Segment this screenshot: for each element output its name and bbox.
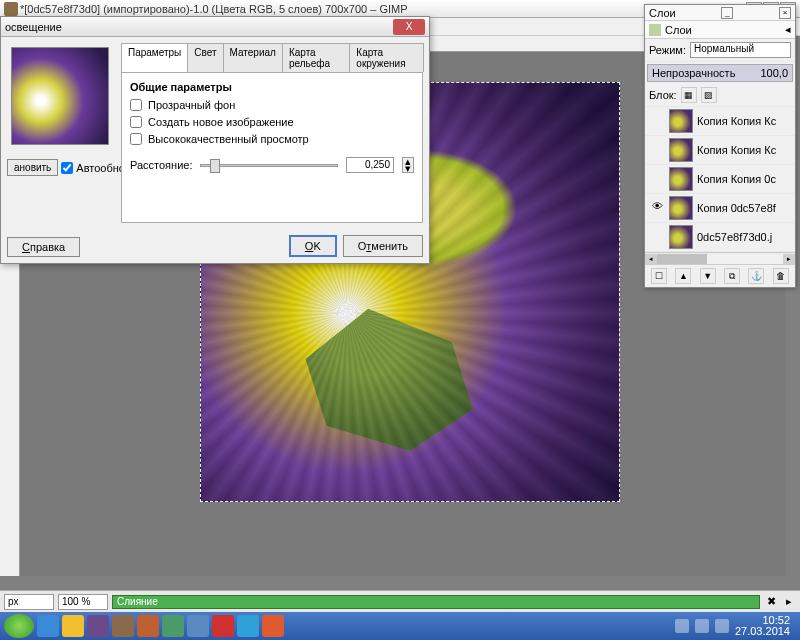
auto-update-checkbox[interactable] <box>61 162 73 174</box>
duplicate-layer-button[interactable]: ⧉ <box>724 268 740 284</box>
layers-tab-menu-icon[interactable]: ◂ <box>785 23 791 36</box>
tab-light[interactable]: Свет <box>187 43 223 72</box>
dialog-preview-column: ановить Автообновление <box>7 43 113 223</box>
unit-select[interactable]: px <box>4 594 54 610</box>
window-title: *[0dc57e8f73d0] (импортировано)-1.0 (Цве… <box>20 3 744 15</box>
layer-visibility-toggle[interactable]: 👁 <box>649 200 665 216</box>
anchor-layer-button[interactable]: ⚓ <box>748 268 764 284</box>
update-preview-button[interactable]: ановить <box>7 159 58 176</box>
taskbar-app-icon[interactable] <box>212 615 234 637</box>
delete-layer-button[interactable]: 🗑 <box>773 268 789 284</box>
layers-titlebar[interactable]: Слои _ × <box>645 5 795 21</box>
tray-icon[interactable] <box>695 619 709 633</box>
lock-alpha-button[interactable]: ▨ <box>701 87 717 103</box>
layer-visibility-toggle[interactable] <box>649 142 665 158</box>
windows-taskbar: 10:52 27.03.2014 <box>0 612 800 640</box>
cancel-progress-button[interactable]: ✖ <box>764 595 778 608</box>
distance-label: Расстояние: <box>130 159 192 171</box>
layer-name[interactable]: Копия Копия Кс <box>697 115 791 127</box>
layer-name[interactable]: 0dc57e8f73d0.j <box>697 231 791 243</box>
distance-slider-thumb[interactable] <box>210 159 220 173</box>
tab-material[interactable]: Материал <box>223 43 283 72</box>
layers-min-button[interactable]: _ <box>721 7 733 19</box>
layer-visibility-toggle[interactable] <box>649 113 665 129</box>
layer-thumbnail <box>669 109 693 133</box>
layer-list: Копия Копия Кс Копия Копия Кс Копия Копи… <box>645 107 795 252</box>
tab-bumpmap[interactable]: Карта рельефа <box>282 43 350 72</box>
layer-name[interactable]: Копия Копия Кс <box>697 144 791 156</box>
hq-preview-checkbox[interactable] <box>130 133 142 145</box>
taskbar-app-icon[interactable] <box>262 615 284 637</box>
layers-toolbar: ☐ ▲ ▼ ⧉ ⚓ 🗑 <box>645 264 795 287</box>
dialog-title-text: освещение <box>5 21 62 33</box>
taskbar-app-icon[interactable] <box>137 615 159 637</box>
layers-hscroll[interactable]: ◂ ▸ <box>645 252 795 264</box>
layer-item[interactable]: Копия Копия Кс <box>645 107 795 136</box>
layer-item[interactable]: Копия Копия 0с <box>645 165 795 194</box>
ok-button[interactable]: OK <box>289 235 337 257</box>
tab-parameters[interactable]: Параметры <box>121 43 188 72</box>
layer-item[interactable]: 0dc57e8f73d0.j <box>645 223 795 252</box>
mode-label: Режим: <box>649 44 686 56</box>
distance-spinner[interactable]: ▴▾ <box>402 157 414 173</box>
tray-icon[interactable] <box>715 619 729 633</box>
zoom-select[interactable]: 100 % <box>58 594 108 610</box>
image-leaf <box>285 292 494 459</box>
tray-date[interactable]: 27.03.2014 <box>735 626 790 637</box>
scroll-thumb[interactable] <box>657 254 707 264</box>
new-layer-button[interactable]: ☐ <box>651 268 667 284</box>
layers-tab-label: Слои <box>665 24 692 36</box>
taskbar-app-icon[interactable] <box>237 615 259 637</box>
opacity-label: Непрозрачность <box>652 67 735 79</box>
dialog-close-button[interactable]: X <box>393 19 425 35</box>
distance-slider[interactable] <box>200 164 338 167</box>
layer-visibility-toggle[interactable] <box>649 171 665 187</box>
scroll-left-button[interactable]: ◂ <box>645 254 657 264</box>
tray-icon[interactable] <box>675 619 689 633</box>
layer-item[interactable]: 👁 Копия 0dc57e8f <box>645 194 795 223</box>
opacity-slider[interactable]: Непрозрачность 100,0 <box>647 64 793 82</box>
layer-thumbnail <box>669 138 693 162</box>
layer-name[interactable]: Копия 0dc57e8f <box>697 202 791 214</box>
layer-item[interactable]: Копия Копия Кс <box>645 136 795 165</box>
taskbar-app-icon[interactable] <box>162 615 184 637</box>
dialog-tabs: Параметры Свет Материал Карта рельефа Ка… <box>121 43 423 73</box>
lock-pixels-button[interactable]: ▦ <box>681 87 697 103</box>
taskbar-app-icon[interactable] <box>187 615 209 637</box>
new-image-checkbox[interactable] <box>130 116 142 128</box>
lock-label: Блок: <box>649 89 677 101</box>
transparent-bg-checkbox[interactable] <box>130 99 142 111</box>
layer-thumbnail <box>669 167 693 191</box>
taskbar-app-icon[interactable] <box>87 615 109 637</box>
layers-close-button[interactable]: × <box>779 7 791 19</box>
hq-preview-label: Высококачественный просмотр <box>148 133 309 145</box>
start-button[interactable] <box>4 614 34 638</box>
scroll-right-button[interactable]: ▸ <box>783 254 795 264</box>
lighting-dialog: освещение X ановить Автообновление Парам… <box>0 16 430 264</box>
raise-layer-button[interactable]: ▲ <box>675 268 691 284</box>
layers-tab-icon <box>649 24 661 36</box>
dialog-titlebar[interactable]: освещение X <box>1 17 429 37</box>
cancel-button[interactable]: Отменить <box>343 235 423 257</box>
layer-thumbnail <box>669 196 693 220</box>
taskbar-app-icon[interactable] <box>37 615 59 637</box>
help-button[interactable]: Справка <box>7 237 80 257</box>
scroll-track[interactable] <box>657 254 783 264</box>
taskbar-app-icon[interactable] <box>112 615 134 637</box>
mode-select[interactable]: Нормальный <box>690 42 791 58</box>
transparent-bg-label: Прозрачный фон <box>148 99 235 111</box>
layers-panel: Слои _ × Слои ◂ Режим: Нормальный Непроз… <box>644 4 796 288</box>
tab-envmap[interactable]: Карта окружения <box>349 43 424 72</box>
distance-value-input[interactable]: 0,250 <box>346 157 394 173</box>
layers-title-text: Слои <box>649 7 676 19</box>
params-header: Общие параметры <box>130 81 414 93</box>
lower-layer-button[interactable]: ▼ <box>700 268 716 284</box>
layer-name[interactable]: Копия Копия 0с <box>697 173 791 185</box>
navigate-icon[interactable]: ▸ <box>782 595 796 608</box>
taskbar-app-icon[interactable] <box>62 615 84 637</box>
tab-panel-parameters: Общие параметры Прозрачный фон Создать н… <box>121 73 423 223</box>
layer-visibility-toggle[interactable] <box>649 229 665 245</box>
layers-dock-tab[interactable]: Слои ◂ <box>645 21 795 39</box>
preview-image[interactable] <box>11 47 109 145</box>
progress-bar: Слияние <box>112 595 760 609</box>
